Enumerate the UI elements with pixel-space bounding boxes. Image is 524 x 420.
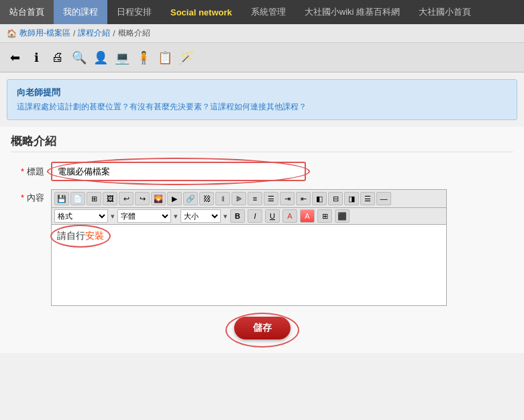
highlight-btn[interactable]: A xyxy=(300,209,315,223)
ed-indent-btn[interactable]: ⇥ xyxy=(280,192,295,205)
toolbar2-sep3: ▾ xyxy=(223,212,227,221)
toolbar: ⬅ ℹ 🖨 🔍 👤 💻 🧍 📋 🪄 xyxy=(0,43,524,72)
breadcrumb-current: 概略介紹 xyxy=(118,28,150,39)
breadcrumb-sep2: / xyxy=(113,29,115,38)
editor-text-plain: 請自行 xyxy=(57,230,85,241)
ed-link-btn[interactable]: 🔗 xyxy=(183,192,198,205)
title-label-text: 標題 xyxy=(27,166,44,176)
font-select[interactable]: 字體 xyxy=(117,209,171,223)
person-icon[interactable]: 🧍 xyxy=(134,48,153,67)
ed-align-center-btn[interactable]: ⊟ xyxy=(328,192,343,205)
home-icon: 🏠 xyxy=(7,29,17,38)
ed-outdent-btn[interactable]: ⇤ xyxy=(296,192,311,205)
nav-item-social[interactable]: Social network xyxy=(161,0,242,24)
clipboard-icon[interactable]: 📋 xyxy=(156,48,174,67)
nav-item-my-course[interactable]: 我的課程 xyxy=(54,0,107,24)
top-nav: 站台首頁 我的課程 日程安排 Social network 系統管理 大社國小w… xyxy=(0,0,524,24)
nav-home-label: 站台首頁 xyxy=(9,6,44,18)
breadcrumb-link-course[interactable]: 課程介紹 xyxy=(78,28,110,39)
info-box-title: 向老師提問 xyxy=(17,87,507,99)
nav-item-home[interactable]: 站台首頁 xyxy=(0,0,54,24)
search-icon[interactable]: 🔍 xyxy=(70,48,89,67)
table2-btn[interactable]: ⊞ xyxy=(317,209,332,223)
format-select[interactable]: 格式 xyxy=(54,209,108,223)
wand-icon[interactable]: 🪄 xyxy=(177,48,196,67)
back-icon[interactable]: ⬅ xyxy=(5,48,24,67)
computer-icon[interactable]: 💻 xyxy=(113,48,132,67)
editor-wrapper: 💾 📄 ⊞ 🖼 ↩ ↪ 🌄 ▶ 🔗 ⛓ ⫴ ⫸ ≡ ☰ ⇥ ⇤ ◧ xyxy=(51,189,447,306)
italic-btn[interactable]: I xyxy=(248,209,262,223)
toolbar2-sep1: ▾ xyxy=(111,212,115,221)
form-row-title: *標題 xyxy=(11,162,513,181)
nav-school-home-label: 大社國小首頁 xyxy=(419,6,471,18)
required-star-content: * xyxy=(21,193,24,203)
title-label: *標題 xyxy=(11,162,51,178)
editor-text-wrapper: 請自行安裝 xyxy=(57,230,104,242)
toolbar2-sep2: ▾ xyxy=(174,212,178,221)
size-select[interactable]: 大小 xyxy=(180,209,221,223)
nav-admin-label: 系統管理 xyxy=(251,6,286,18)
editor-toolbar1: 💾 📄 ⊞ 🖼 ↩ ↪ 🌄 ▶ 🔗 ⛓ ⫴ ⫸ ≡ ☰ ⇥ ⇤ ◧ xyxy=(52,190,446,208)
breadcrumb-link-home[interactable]: 教師用-檔案區 xyxy=(19,28,70,39)
editor-body[interactable]: 請自行安裝 xyxy=(52,225,446,305)
ed-page-btn[interactable]: 📄 xyxy=(70,192,85,205)
ed-undo-btn[interactable]: ↩ xyxy=(119,192,134,205)
breadcrumb: 🏠 教師用-檔案區 / 課程介紹 / 概略介紹 xyxy=(0,24,524,43)
ed-align-right-btn[interactable]: ◨ xyxy=(344,192,359,205)
bold-btn[interactable]: B xyxy=(230,209,245,223)
main-content: 概略介紹 *標題 *內容 💾 📄 ⊞ 🖼 ↩ ↪ xyxy=(0,127,524,353)
save-button[interactable]: 儲存 xyxy=(234,317,291,339)
nav-wiki-label: 大社國小wiki 維基百科網 xyxy=(305,6,400,18)
ed-list-ul-btn[interactable]: ☰ xyxy=(264,192,278,205)
info-box-desc: 這課程處於這計劃的甚麼位置？有沒有甚麼先決要素？這課程如何連接其他課程？ xyxy=(17,101,507,113)
ed-cols2-btn[interactable]: ⫸ xyxy=(231,192,246,205)
nav-schedule-label: 日程安排 xyxy=(117,6,152,18)
section-title: 概略介紹 xyxy=(11,134,513,152)
nav-my-course-label: 我的課程 xyxy=(63,6,98,18)
underline-btn[interactable]: U xyxy=(265,209,280,223)
title-input[interactable] xyxy=(51,162,306,181)
ed-photo-btn[interactable]: 🌄 xyxy=(151,192,166,205)
editor-text-colored: 安裝 xyxy=(85,230,104,241)
user-icon[interactable]: 👤 xyxy=(91,48,110,67)
info-icon[interactable]: ℹ xyxy=(27,48,46,67)
content-field: 💾 📄 ⊞ 🖼 ↩ ↪ 🌄 ▶ 🔗 ⛓ ⫴ ⫸ ≡ ☰ ⇥ ⇤ ◧ xyxy=(51,189,513,306)
misc-btn[interactable]: ⬛ xyxy=(335,209,350,223)
save-btn-wrapper: 儲存 xyxy=(11,317,513,339)
title-input-wrapper xyxy=(51,162,306,181)
ed-list-ol-btn[interactable]: ≡ xyxy=(248,192,262,205)
editor-toolbar2: 格式 ▾ 字體 ▾ 大小 ▾ B I U A A ⊞ xyxy=(52,208,446,225)
nav-item-school-home[interactable]: 大社國小首頁 xyxy=(409,0,480,24)
ed-justify-btn[interactable]: ☰ xyxy=(360,192,375,205)
ed-align-left-btn[interactable]: ◧ xyxy=(312,192,327,205)
content-label: *內容 xyxy=(11,189,51,204)
ed-cols1-btn[interactable]: ⫴ xyxy=(215,192,230,205)
nav-item-admin[interactable]: 系統管理 xyxy=(242,0,295,24)
print-icon[interactable]: 🖨 xyxy=(48,48,67,67)
nav-item-schedule[interactable]: 日程安排 xyxy=(107,0,161,24)
ed-image-btn[interactable]: 🖼 xyxy=(103,192,117,205)
info-box: 向老師提問 這課程處於這計劃的甚麼位置？有沒有甚麼先決要素？這課程如何連接其他課… xyxy=(7,79,517,120)
font-color-btn[interactable]: A xyxy=(282,209,297,223)
breadcrumb-sep1: / xyxy=(73,29,75,38)
ed-table-btn[interactable]: ⊞ xyxy=(87,192,101,205)
ed-media-btn[interactable]: ▶ xyxy=(167,192,182,205)
nav-social-label: Social network xyxy=(170,7,232,17)
ed-unlink-btn[interactable]: ⛓ xyxy=(199,192,214,205)
title-field xyxy=(51,162,513,181)
nav-item-wiki[interactable]: 大社國小wiki 維基百科網 xyxy=(295,0,409,24)
form-row-content: *內容 💾 📄 ⊞ 🖼 ↩ ↪ 🌄 ▶ 🔗 ⛓ ⫴ ⫸ ≡ xyxy=(11,189,513,306)
ed-hr-btn[interactable]: — xyxy=(376,192,391,205)
content-label-text: 內容 xyxy=(27,193,44,203)
ed-save-btn[interactable]: 💾 xyxy=(54,192,69,205)
required-star-title: * xyxy=(21,166,24,176)
ed-redo-btn[interactable]: ↪ xyxy=(135,192,150,205)
